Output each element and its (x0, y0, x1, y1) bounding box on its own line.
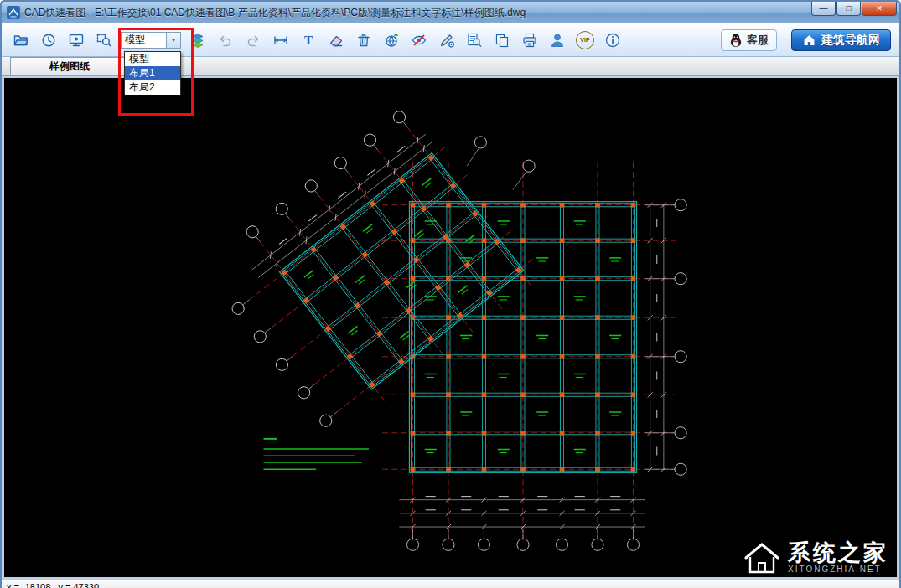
tab-sample-drawing[interactable]: 样例图纸 (10, 57, 129, 75)
print-button[interactable] (519, 29, 541, 51)
eraser-button[interactable] (325, 29, 347, 51)
close-button[interactable]: × (862, 2, 897, 16)
user-account-button[interactable] (546, 29, 568, 51)
customer-service-button[interactable]: 客服 (721, 29, 777, 51)
search-document-icon (466, 32, 483, 49)
qq-penguin-icon (729, 33, 743, 48)
app-icon (7, 6, 20, 19)
dropdown-item-layout2[interactable]: 布局2 (125, 80, 180, 95)
svg-text:T: T (304, 34, 313, 47)
user-icon (549, 32, 566, 49)
cad-drawing[interactable] (4, 78, 897, 577)
eraser-icon (328, 32, 344, 49)
vip-button[interactable]: VIP (574, 29, 596, 51)
screen-icon (68, 32, 85, 49)
redo-button[interactable] (242, 29, 264, 51)
window-controls: — □ × (811, 2, 897, 16)
printer-icon (521, 32, 538, 49)
layers-button[interactable] (187, 29, 209, 51)
eye-slash-icon (411, 32, 427, 49)
delete-button[interactable] (353, 29, 375, 51)
measure-icon (272, 32, 289, 49)
find-text-button[interactable] (463, 29, 485, 51)
building-nav-button[interactable]: 建筑导航网 (791, 29, 891, 51)
annotate-settings-button[interactable] (436, 29, 458, 51)
info-icon (604, 32, 621, 49)
window-title: CAD快速看图 - E:\工作交接\01 CAD快速看图\B 产品化资料\产品化… (24, 6, 811, 20)
undo-button[interactable] (215, 29, 236, 51)
vip-icon: VIP (576, 31, 594, 49)
combobox-value: 模型 (122, 33, 166, 48)
layers-icon (189, 32, 206, 49)
building-nav-label: 建筑导航网 (821, 33, 880, 48)
canvas-frame: 系统之家 XITONGZHIA.NET (2, 76, 899, 580)
status-bar: x = -18108 y = 47330 (2, 580, 899, 588)
open-button[interactable] (10, 29, 32, 51)
about-button[interactable] (602, 29, 624, 51)
maximize-button[interactable]: □ (836, 2, 861, 16)
undo-icon (217, 32, 234, 49)
dropdown-item-layout1[interactable]: 布局1 (125, 66, 180, 80)
cursor-coordinates: x = -18108 y = 47330 (7, 582, 99, 588)
house-icon (802, 33, 816, 47)
open-folder-icon (13, 32, 29, 49)
fit-view-button[interactable] (65, 29, 87, 51)
text-icon: T (300, 32, 317, 49)
zoom-window-button[interactable] (93, 29, 115, 51)
trash-icon (355, 32, 372, 49)
chevron-down-icon[interactable]: ▼ (166, 33, 180, 48)
cloud-upload-button[interactable] (381, 29, 402, 51)
text-annotate-button[interactable]: T (298, 29, 319, 51)
customer-service-label: 客服 (747, 33, 769, 48)
app-window: CAD快速看图 - E:\工作交接\01 CAD快速看图\B 产品化资料\产品化… (0, 0, 901, 588)
globe-upload-icon (383, 32, 400, 49)
hide-layer-button[interactable] (408, 29, 430, 51)
zoom-window-icon (96, 32, 112, 49)
minimize-button[interactable]: — (811, 2, 836, 16)
toolbar: 模型 ▼ 模型 布局1 布局2 T VIP 客服 建筑导航网 (2, 23, 899, 57)
pencil-gear-icon (438, 32, 455, 49)
clock-icon (40, 32, 57, 49)
measure-button[interactable] (270, 29, 292, 51)
recent-files-button[interactable] (38, 29, 60, 51)
layout-dropdown-list: 模型 布局1 布局2 (124, 51, 181, 95)
layout-combobox[interactable]: 模型 ▼ (121, 32, 181, 49)
compare-icon (494, 32, 510, 49)
redo-icon (245, 32, 261, 49)
title-bar[interactable]: CAD快速看图 - E:\工作交接\01 CAD快速看图\B 产品化资料\产品化… (2, 2, 899, 23)
dropdown-item-model[interactable]: 模型 (125, 52, 180, 66)
compare-button[interactable] (491, 29, 513, 51)
drawing-canvas[interactable]: 系统之家 XITONGZHIA.NET (4, 78, 897, 577)
